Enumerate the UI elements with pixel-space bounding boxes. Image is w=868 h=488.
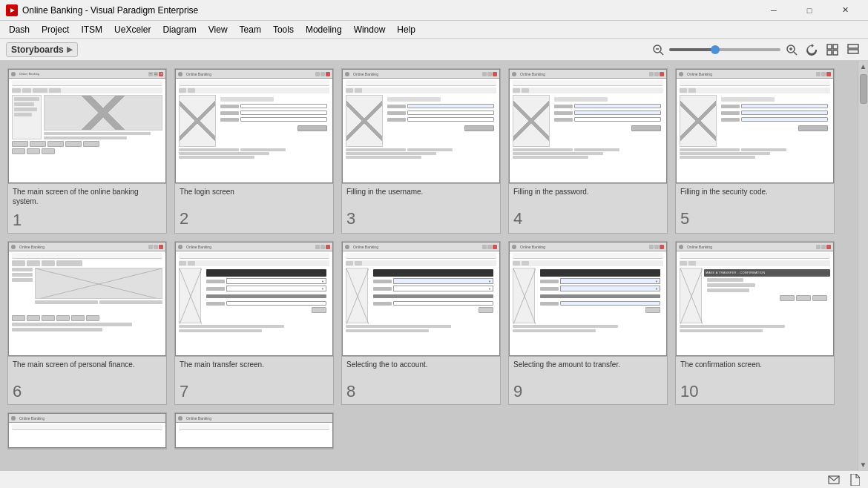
card-number-7: 7 (175, 380, 333, 404)
card-description-6: The main screen of personal finance. (8, 357, 166, 380)
card-number-8: 8 (342, 380, 500, 404)
card-number-2: 2 (175, 208, 333, 231)
svg-line-6 (794, 52, 797, 55)
storyboard-card-7[interactable]: Online Banking (174, 241, 334, 405)
storyboard-card-3[interactable]: Online Banking (341, 68, 501, 234)
storyboard-card-12[interactable]: Online Banking (174, 412, 334, 449)
zoom-out-button[interactable] (650, 42, 666, 58)
scroll-up-button[interactable]: ▲ (860, 62, 867, 70)
toolbar-right-icons (803, 41, 862, 59)
menu-bar: Dash Project ITSM UeXceler Diagram View … (0, 21, 868, 39)
zoom-in-icon (786, 44, 798, 56)
card-description-9: Selecting the amount to transfer. (509, 357, 667, 380)
email-icon-button[interactable] (826, 472, 841, 487)
menu-item-diagram[interactable]: Diagram (157, 23, 202, 36)
card-number-5: 5 (676, 208, 834, 231)
minimize-button[interactable]: ─ (757, 3, 791, 18)
card-number-6: 6 (8, 380, 166, 404)
menu-item-uexceler[interactable]: UeXceler (108, 23, 157, 36)
storyboard-card-5[interactable]: Online Banking (675, 68, 835, 234)
card-preview-4: Online Banking (509, 69, 667, 184)
card-description-5: Filling in the security code. (676, 184, 834, 208)
card-description-3: Filling in the username. (342, 184, 500, 208)
list-view-button[interactable] (844, 41, 862, 59)
card-preview-12: Online Banking (175, 413, 333, 449)
zoom-slider[interactable] (669, 48, 780, 51)
card-preview-8: Online Banking (342, 242, 500, 357)
card-number-4: 4 (509, 208, 667, 231)
card-preview-7: Online Banking (175, 242, 333, 357)
card-description-8: Selecting the to account. (342, 357, 500, 380)
menu-item-tools[interactable]: Tools (267, 23, 300, 36)
svg-rect-12 (848, 50, 858, 53)
card-number-9: 9 (509, 380, 667, 404)
grid-view-button[interactable] (823, 41, 841, 59)
card-number-3: 3 (342, 208, 500, 231)
menu-item-itsm[interactable]: ITSM (75, 23, 108, 36)
card-description-2: The login screen (175, 184, 333, 208)
refresh-button[interactable] (803, 41, 821, 59)
scroll-down-button[interactable]: ▼ (860, 461, 867, 469)
storyboard-card-6[interactable]: Online Banking (7, 241, 167, 405)
menu-item-window[interactable]: Window (348, 23, 392, 36)
card-number-10: 10 (676, 380, 834, 404)
app-icon: ▶ (6, 4, 18, 16)
menu-item-team[interactable]: Team (234, 23, 267, 36)
svg-rect-10 (833, 50, 838, 55)
svg-line-2 (660, 52, 663, 55)
storyboard-row-1: Online Banking ─ □ ✕ (7, 68, 850, 234)
zoom-out-icon (652, 44, 664, 56)
zoom-slider-thumb[interactable] (711, 45, 720, 54)
card-description-7: The main transfer screen. (175, 357, 333, 380)
storyboard-card-11[interactable]: Online Banking (7, 412, 167, 449)
file-icon-button[interactable] (847, 472, 862, 487)
zoom-controls (650, 41, 862, 59)
card-preview-11: Online Banking (8, 413, 166, 449)
card-number-1: 1 (8, 209, 166, 233)
title-bar: ▶ Online Banking - Visual Paradigm Enter… (0, 0, 868, 21)
svg-rect-9 (827, 50, 832, 55)
svg-rect-11 (848, 44, 858, 48)
svg-rect-8 (833, 44, 838, 49)
breadcrumb-chevron: ▶ (67, 45, 73, 53)
card-description-1: The main screen of the online banking sy… (8, 184, 166, 209)
card-description-10: The confirmation screen. (676, 357, 834, 380)
storyboard-row-3: Online Banking Online Banking (7, 412, 850, 449)
storyboard-card-9[interactable]: Online Banking (508, 241, 668, 405)
toolbar: Storyboards ▶ (0, 39, 868, 61)
card-preview-3: Online Banking (342, 69, 500, 184)
status-bar (0, 470, 868, 488)
card-preview-9: Online Banking (509, 242, 667, 357)
card-preview-10: Online Banking (676, 242, 834, 357)
scrollbar-thumb[interactable] (860, 74, 867, 104)
card-preview-6: Online Banking (8, 242, 166, 357)
zoom-in-button[interactable] (783, 42, 800, 58)
storyboard-card-4[interactable]: Online Banking (508, 68, 668, 234)
storyboard-card-10[interactable]: Online Banking (675, 241, 835, 405)
maximize-button[interactable]: □ (792, 3, 826, 18)
menu-item-help[interactable]: Help (391, 23, 421, 36)
storyboard-card-8[interactable]: Online Banking (341, 241, 501, 405)
close-button[interactable]: ✕ (828, 3, 862, 18)
window-title: Online Banking - Visual Paradigm Enterpr… (22, 5, 757, 16)
storyboard-card-1[interactable]: Online Banking ─ □ ✕ (7, 68, 167, 234)
main-content: Online Banking ─ □ ✕ (0, 61, 868, 470)
svg-rect-7 (827, 44, 832, 49)
card-preview-5: Online Banking (676, 69, 834, 184)
card-preview-1: Online Banking ─ □ ✕ (8, 69, 166, 184)
storyboard-row-2: Online Banking (7, 241, 850, 405)
scrollbar[interactable]: ▲ ▼ (858, 61, 868, 470)
menu-item-view[interactable]: View (203, 23, 234, 36)
menu-item-modeling[interactable]: Modeling (300, 23, 348, 36)
storyboard-card-2[interactable]: Online Banking (174, 68, 334, 234)
menu-item-project[interactable]: Project (36, 23, 75, 36)
storyboard-grid[interactable]: Online Banking ─ □ ✕ (0, 61, 858, 470)
breadcrumb-label: Storyboards (11, 44, 64, 55)
menu-item-dash[interactable]: Dash (3, 23, 36, 36)
breadcrumb-storyboards[interactable]: Storyboards ▶ (6, 42, 78, 57)
card-preview-2: Online Banking (175, 69, 333, 184)
card-description-4: Filling in the password. (509, 184, 667, 208)
window-controls: ─ □ ✕ (757, 3, 862, 18)
